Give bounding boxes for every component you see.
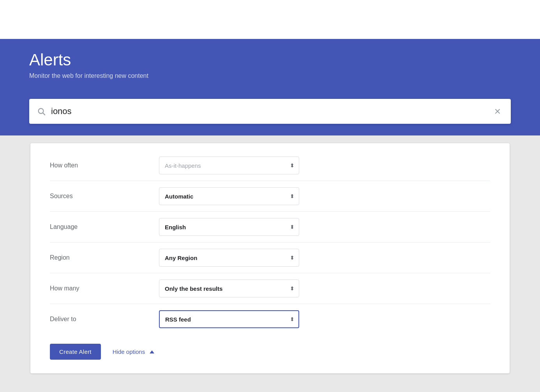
search-icon — [37, 107, 46, 116]
sources-select[interactable]: Automatic News Blogs Web Video Books Dis… — [159, 187, 299, 205]
page-subtitle: Monitor the web for interesting new cont… — [29, 72, 511, 79]
divider-3 — [50, 242, 490, 243]
hide-options-button[interactable]: Hide options — [113, 348, 154, 355]
divider-1 — [50, 181, 490, 181]
hide-options-label: Hide options — [113, 348, 145, 355]
search-clear-button[interactable] — [492, 106, 503, 117]
region-row: Region Any Region United States United K… — [50, 243, 490, 272]
page-title: Alerts — [29, 51, 511, 69]
search-bar — [29, 99, 511, 124]
language-row: Language English Any Language Spanish Fr… — [50, 213, 490, 241]
region-label: Region — [50, 254, 159, 261]
search-bar-container — [0, 99, 540, 135]
how-often-select-wrapper: As-it-happens At most once a day At most… — [159, 156, 299, 174]
language-select-wrapper: English Any Language Spanish French Germ… — [159, 218, 299, 236]
create-alert-button[interactable]: Create Alert — [50, 344, 101, 360]
svg-line-1 — [43, 113, 45, 115]
deliver-to-select-wrapper: RSS feed Email — [159, 310, 299, 328]
region-select-wrapper: Any Region United States United Kingdom … — [159, 249, 299, 267]
language-label: Language — [50, 223, 159, 230]
options-card: How often As-it-happens At most once a d… — [30, 143, 510, 373]
deliver-to-label: Deliver to — [50, 316, 159, 323]
how-often-select[interactable]: As-it-happens At most once a day At most… — [159, 156, 299, 174]
deliver-to-row: Deliver to RSS feed Email — [50, 305, 490, 334]
sources-row: Sources Automatic News Blogs Web Video B… — [50, 182, 490, 211]
region-select[interactable]: Any Region United States United Kingdom … — [159, 249, 299, 267]
arrow-up-icon — [150, 350, 154, 353]
content-area: How often As-it-happens At most once a d… — [0, 135, 540, 389]
how-often-row: How often As-it-happens At most once a d… — [50, 151, 490, 180]
how-many-label: How many — [50, 285, 159, 292]
top-white-bar — [0, 0, 540, 39]
deliver-to-select[interactable]: RSS feed Email — [159, 310, 299, 328]
divider-2 — [50, 211, 490, 212]
sources-select-wrapper: Automatic News Blogs Web Video Books Dis… — [159, 187, 299, 205]
search-input[interactable] — [51, 106, 492, 116]
how-often-label: How often — [50, 162, 159, 169]
how-many-select[interactable]: Only the best results All results — [159, 279, 299, 297]
divider-5 — [50, 304, 490, 304]
page-header: Alerts Monitor the web for interesting n… — [0, 39, 540, 99]
actions-row: Create Alert Hide options — [50, 336, 490, 360]
how-many-row: How many Only the best results All resul… — [50, 274, 490, 303]
language-select[interactable]: English Any Language Spanish French Germ… — [159, 218, 299, 236]
sources-label: Sources — [50, 193, 159, 200]
how-many-select-wrapper: Only the best results All results — [159, 279, 299, 297]
divider-4 — [50, 273, 490, 273]
